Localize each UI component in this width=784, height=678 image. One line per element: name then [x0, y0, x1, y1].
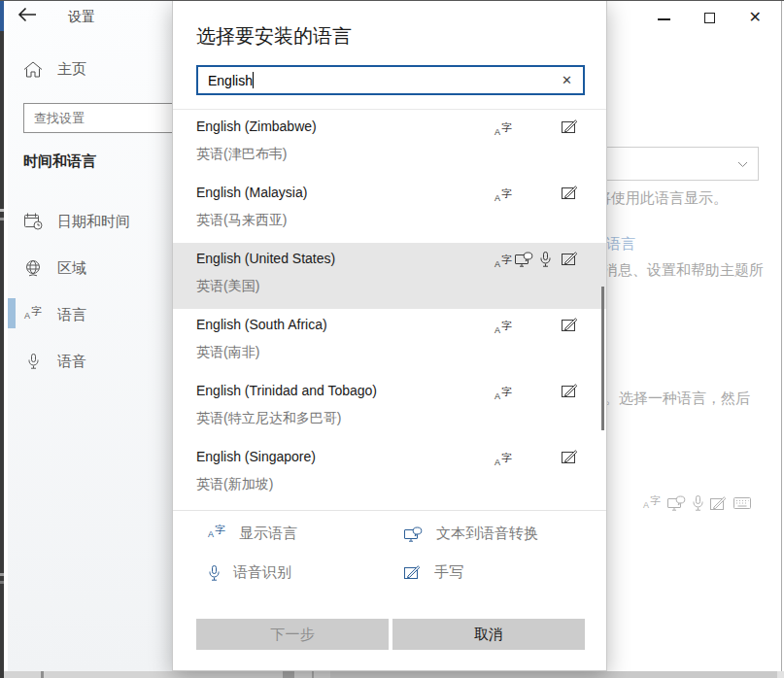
legend-speech-recognition: 语音识别 [209, 563, 291, 582]
speech-recognition-icon [209, 565, 220, 581]
display-language-icon: A字 [494, 121, 512, 139]
clear-search-icon[interactable]: ✕ [562, 73, 572, 88]
display-language-icon: A字 [208, 528, 225, 539]
keyboard-icon [733, 497, 751, 509]
window-right-border [781, 0, 782, 671]
minimize-button[interactable] [645, 0, 684, 29]
dialog-title: 选择要安装的语言 [196, 23, 352, 50]
language-name-chinese: 英语(津巴布韦) [196, 146, 287, 163]
sidebar-item-label: 区域 [57, 259, 86, 278]
sidebar-item-speech[interactable]: 语音 [8, 342, 176, 381]
sidebar-item-region[interactable]: 区域 [8, 249, 176, 288]
globe-icon [23, 259, 43, 277]
edge-tick [0, 209, 4, 212]
background-window-edge [0, 0, 4, 678]
sidebar-item-label: 语言 [57, 306, 86, 324]
strip-mark [41, 671, 44, 678]
display-language-icon: A字 [494, 187, 512, 205]
background-text-display: 将使用此语言显示。 [597, 189, 728, 208]
language-results-list: English (Zimbabwe)英语(津巴布韦)A字English (Mal… [173, 109, 606, 510]
language-name-english: English (United States) [196, 251, 335, 266]
screen: 设置 主页 时间和语言 日期和时间 区域 A字 语言 语音 [0, 0, 784, 678]
language-row[interactable]: English (South Africa)英语(南非)A字 [173, 309, 606, 375]
maximize-button[interactable] [690, 0, 729, 29]
language-name-english: English (Singapore) [196, 449, 316, 464]
sidebar-section-title: 时间和语言 [23, 153, 96, 171]
text-caret [253, 72, 254, 88]
language-row[interactable]: English (Zimbabwe)英语(津巴布韦)A字 [173, 111, 606, 177]
language-name-english: English (South Africa) [196, 317, 327, 332]
sidebar-item-home[interactable]: 主页 [23, 60, 86, 79]
background-feature-icon-row: A字 [643, 494, 751, 512]
legend-label: 显示语言 [239, 525, 297, 543]
text-to-speech-icon [667, 495, 686, 511]
strip-mark [283, 671, 294, 678]
app-title: 设置 [68, 9, 95, 26]
sidebar-item-date-time[interactable]: 日期和时间 [8, 202, 176, 241]
handwriting-icon [562, 252, 578, 266]
handwriting-icon [404, 565, 421, 580]
language-name-chinese: 英语(南非) [196, 344, 259, 361]
legend-display-language: A字 显示语言 [208, 525, 297, 543]
display-language-icon: A字 [494, 452, 512, 469]
display-language-icon: A字 [494, 320, 512, 337]
language-row[interactable]: English (United States)英语(美国)A字 [173, 243, 606, 309]
edge-tick [0, 573, 4, 576]
sidebar-item-language[interactable]: A字 语言 [8, 295, 176, 334]
cancel-button[interactable]: 取消 [392, 619, 585, 650]
display-language-icon: A字 [643, 494, 661, 512]
back-arrow-icon[interactable] [17, 7, 41, 26]
language-name-chinese: 英语(马来西亚) [196, 212, 287, 229]
home-icon [23, 61, 43, 78]
language-search-value: English [208, 73, 253, 88]
display-language-icon: A字 [494, 386, 512, 403]
language-name-chinese: 英语(新加坡) [196, 476, 273, 493]
settings-search-box[interactable] [23, 103, 188, 133]
edge-tick [0, 218, 4, 220]
text-to-speech-icon [515, 252, 533, 267]
legend-label: 文本到语音转换 [436, 525, 538, 543]
sidebar-item-label: 日期和时间 [57, 213, 130, 231]
sidebar-home-label: 主页 [57, 60, 86, 79]
list-scrollbar-thumb[interactable] [601, 287, 604, 430]
legend-text-to-speech: 文本到语音转换 [404, 525, 538, 543]
background-language-link[interactable]: 语言 [606, 235, 635, 254]
display-language-icon: A字 [23, 310, 43, 321]
language-search-input[interactable]: English ✕ [196, 65, 585, 95]
handwriting-icon [562, 450, 578, 464]
speech-recognition-icon [540, 252, 551, 267]
microphone-icon [23, 354, 43, 369]
language-row[interactable]: English (Malaysia)英语(马来西亚)A字 [173, 177, 606, 243]
sidebar-item-label: 语音 [57, 353, 86, 371]
install-language-dialog: 选择要安装的语言 English ✕ English (Zimbabwe)英语(… [172, 0, 607, 671]
language-name-chinese: 英语(特立尼达和多巴哥) [196, 410, 341, 427]
settings-search-input[interactable] [24, 104, 187, 132]
language-name-english: English (Malaysia) [196, 185, 307, 200]
strip-segment [777, 671, 784, 678]
background-windows-strip [0, 671, 784, 678]
speech-recognition-icon [693, 495, 703, 511]
language-row[interactable]: English (Trinidad and Tobago)英语(特立尼达和多巴哥… [173, 375, 606, 441]
handwriting-icon [562, 318, 578, 332]
background-text-choose: 。选择一种语言，然后 [604, 390, 750, 408]
close-button[interactable] [736, 0, 775, 29]
legend-separator [173, 510, 606, 511]
legend-label: 语音识别 [233, 563, 291, 582]
handwriting-icon [562, 119, 578, 134]
edge-tick [0, 581, 4, 584]
sidebar-selected-accent [8, 298, 16, 328]
legend-handwriting: 手写 [404, 563, 463, 582]
background-text-messages: 消息、设置和帮助主题所 [603, 261, 764, 280]
next-button[interactable]: 下一步 [196, 619, 389, 650]
display-language-icon: A字 [494, 254, 512, 271]
sidebar [8, 0, 176, 671]
handwriting-icon [562, 384, 578, 398]
language-name-chinese: 英语(美国) [196, 278, 259, 295]
handwriting-icon [710, 496, 727, 511]
language-row[interactable]: English (Singapore)英语(新加坡)A字 [173, 441, 606, 507]
legend-label: 手写 [434, 563, 463, 582]
handwriting-icon [562, 186, 578, 200]
background-window-edge-blue [0, 0, 4, 31]
language-name-english: English (Trinidad and Tobago) [196, 383, 377, 398]
strip-mark [312, 671, 314, 678]
